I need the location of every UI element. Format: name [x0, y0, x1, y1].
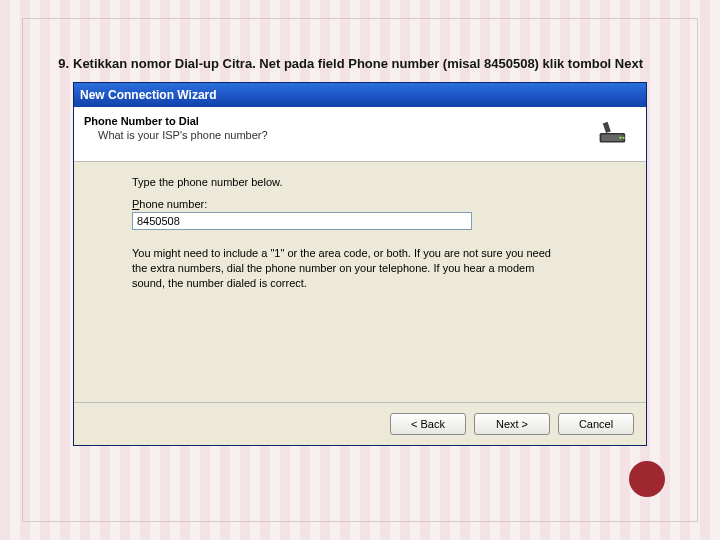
wizard-header-title: Phone Number to Dial [84, 115, 592, 127]
svg-point-2 [623, 137, 625, 139]
accent-dot [629, 461, 665, 497]
step-text: Ketikkan nomor Dial-up Citra. Net pada f… [73, 55, 643, 74]
wizard-header-sub: What is your ISP's phone number? [98, 129, 592, 141]
next-button[interactable]: Next > [474, 413, 550, 435]
step-text-main: Ketikkan nomor Dial-up Citra. Net pada f… [73, 56, 615, 71]
step-number: 9. [47, 55, 69, 74]
window-title: New Connection Wizard [80, 88, 217, 102]
hint-text: You might need to include a "1" or the a… [132, 246, 562, 291]
window-titlebar: New Connection Wizard [74, 83, 646, 107]
svg-point-3 [619, 137, 621, 139]
phone-number-input[interactable] [132, 212, 472, 230]
wizard-button-row: < Back Next > Cancel [74, 402, 646, 445]
wizard-window: New Connection Wizard Phone Number to Di… [73, 82, 647, 446]
phone-label-rest: hone number: [139, 198, 207, 210]
wizard-header: Phone Number to Dial What is your ISP's … [74, 107, 646, 162]
wizard-body: Type the phone number below. Phone numbe… [74, 162, 646, 402]
prompt-text: Type the phone number below. [132, 176, 612, 188]
back-button[interactable]: < Back [390, 413, 466, 435]
modem-icon [592, 115, 636, 151]
step-instruction: 9. Ketikkan nomor Dial-up Citra. Net pad… [47, 55, 669, 74]
phone-field-label: Phone number: [132, 198, 612, 210]
step-text-tail: Next [615, 56, 643, 71]
slide-frame: 9. Ketikkan nomor Dial-up Citra. Net pad… [22, 18, 698, 522]
cancel-button[interactable]: Cancel [558, 413, 634, 435]
